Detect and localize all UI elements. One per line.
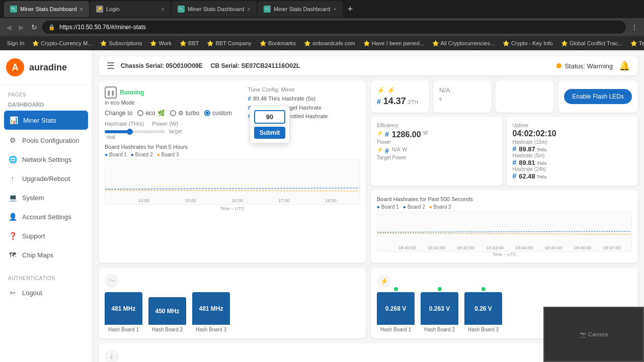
tab-2[interactable]: 🔑 Login × <box>90 1 171 17</box>
efficiency-panel: Efficiency ⚡ # 1286.00 W Power ⚡ # N/A <box>371 117 503 186</box>
new-tab-button[interactable]: + <box>344 4 357 15</box>
hashrate-label: Hashrate (TH/s) <box>105 121 144 127</box>
bolt-tgt: ⚡ <box>377 147 383 155</box>
dashboard-label: DASHBOARD <box>8 102 44 108</box>
bm-tendermint[interactable]: ⭐ Tendermint & FOA... <box>627 39 644 48</box>
real-label: real <box>107 134 232 140</box>
bm-bookmarks[interactable]: ⭐ Bookmarks <box>257 39 299 48</box>
target-labels: Hashrate (TH/s) Power (W) <box>105 121 232 127</box>
custom-radio[interactable]: custom <box>204 110 232 117</box>
bell-icon[interactable]: 🔔 <box>619 60 630 71</box>
bm-conflict[interactable]: ⭐ Global Conflict Trac... <box>558 39 625 48</box>
volt-bar-3: 0.26 V <box>464 292 502 325</box>
target-power-val: N/A <box>392 147 400 155</box>
tab-4[interactable]: ⛏ Miner Stats Dashboard × <box>258 1 343 17</box>
cb-serial-label: CB Serial: SE07CB241116O02L <box>211 62 300 69</box>
volt-board-1: 0.268 V Hash Board 1 <box>377 292 415 332</box>
x-label-500s: Time – UTC <box>377 252 632 257</box>
address-bar[interactable]: 🔒 https://10.50.50.76/#/miner-stats <box>42 21 626 34</box>
power-unit: W <box>423 130 428 139</box>
freq-bar-1: 481 MHz <box>105 292 142 325</box>
extensions-button[interactable]: ⋮ <box>629 22 640 32</box>
freq-bar-2: 450 MHz <box>148 297 186 325</box>
chipmaps-icon: 🗺 <box>8 250 17 259</box>
running-state: Running <box>120 89 144 96</box>
pause-icon[interactable]: ❚❚ <box>105 86 117 99</box>
sidebar-item-support[interactable]: ❓ Support <box>0 226 92 245</box>
submit-button[interactable]: Submit <box>254 127 285 139</box>
bm-allcrypto[interactable]: ⭐ All Cryptocurrencies... <box>429 39 498 48</box>
legend-b3: ● Board 3 <box>157 152 179 157</box>
bm-signin[interactable]: Sign In <box>4 39 27 47</box>
sidebar-item-account[interactable]: 👤 Account Settings <box>0 207 92 226</box>
logo-text: auradine <box>29 62 67 73</box>
turbo-radio[interactable]: ⚙ turbo <box>170 110 199 117</box>
tab-1[interactable]: ⛏ Miner Stats Dashboard × <box>4 1 89 17</box>
chipmaps-label: Chip Maps <box>22 251 53 259</box>
hashrate-input[interactable] <box>254 110 285 124</box>
forward-button[interactable]: ▶ <box>17 22 26 32</box>
bm-hibp[interactable]: ⭐ Have I been pwned... <box>360 39 427 48</box>
hamburger-icon[interactable]: ☰ <box>107 60 115 71</box>
freq-bar-3: 481 MHz <box>192 292 230 325</box>
tab-3-title: Miner Stats Dashboard <box>188 6 245 12</box>
sidebar-item-miner-stats[interactable]: 📊 Miner Stats <box>4 111 88 130</box>
board-500s-panel: Board Hashrates for Past 500 Seconds ● B… <box>371 190 638 263</box>
turbo-radio-btn[interactable] <box>170 110 176 116</box>
svg-line-0 <box>105 190 359 191</box>
tab-1-title: Miner Stats Dashboard <box>20 6 77 12</box>
green-dot-1 <box>394 287 398 291</box>
target-power-unit: W <box>402 147 407 155</box>
radio-group: Change to eco 🌿 ⚙ turbo <box>105 110 232 117</box>
tab-3[interactable]: ⛏ Miner Stats Dashboard × <box>172 1 257 17</box>
uptime-panel: Uptime 04:02:02:10 Hashrate (15m) # 89.8… <box>507 117 638 186</box>
back-button[interactable]: ◀ <box>4 22 14 32</box>
empty-panel-1 <box>496 80 554 113</box>
custom-radio-btn[interactable] <box>204 110 210 116</box>
hash-sym: # <box>377 98 381 106</box>
volt-board-2: 0.263 V Hash Board 2 <box>421 292 458 332</box>
bm-onboard[interactable]: ⭐ onboardcafe.com <box>301 39 358 48</box>
change-to-label: Change to <box>105 110 132 117</box>
sidebar-item-system[interactable]: 💻 System <box>0 188 92 207</box>
sidebar-item-upgrade[interactable]: ↑ Upgrade/Reboot <box>0 169 92 188</box>
auth-label: AUTHENTICATION <box>0 273 92 283</box>
running-area: ❚❚ Running in eco Mode Change to eco 🌿 <box>105 86 232 140</box>
sidebar-item-chipmaps[interactable]: 🗺 Chip Maps <box>0 245 92 264</box>
leaf-icon: 🌿 <box>157 110 165 117</box>
enable-flash-button[interactable]: Enable Flash LEDs <box>564 89 632 104</box>
hashrate-slider[interactable] <box>105 130 165 133</box>
bm-bbt-company[interactable]: ⭐ BBT Company <box>204 39 254 48</box>
upgrade-icon: ↑ <box>8 174 17 183</box>
sidebar-item-logout[interactable]: ⇦ Logout <box>0 283 92 302</box>
na-panel: N/A s <box>433 80 492 113</box>
hashrate-5m-val: 89.81 <box>519 159 535 166</box>
freq-icon-circle: 〜 <box>105 274 119 288</box>
jth-number: 14.37 <box>383 96 406 107</box>
bookmarks-bar: Sign In ⭐ Crypto-Currency M... ⭐ Subscri… <box>0 36 644 50</box>
chassis-serial-value: 05O010O09E <box>166 62 202 69</box>
eco-radio[interactable]: eco 🌿 <box>137 110 165 117</box>
status-badge: Status: Warming <box>556 62 613 70</box>
bm-bbt[interactable]: ⭐ BBT <box>177 39 202 48</box>
system-icon: 💻 <box>8 193 17 202</box>
hashrate-24h-value-row: # 62.48 TH/s <box>513 172 632 180</box>
thermometer-icon: 🌡 <box>108 352 115 360</box>
bm-subscriptions[interactable]: ⭐ Subscriptions <box>97 39 145 48</box>
legend-500-b3: ● Board 3 <box>429 204 451 210</box>
tab-3-close[interactable]: × <box>247 6 250 12</box>
tab-2-close[interactable]: × <box>162 6 165 12</box>
bm-work[interactable]: ⭐ Work <box>147 39 175 48</box>
bm-crypto[interactable]: ⭐ Crypto-Currency M... <box>29 39 95 48</box>
sidebar-item-pools[interactable]: ⚙ Pools Configuration <box>0 131 92 150</box>
stats-grid-mid: Efficiency ⚡ # 1286.00 W Power ⚡ # N/A <box>371 117 638 186</box>
bm-cryptokey[interactable]: ⭐ Crypto - Key Info <box>500 39 556 48</box>
sidebar-item-dashboard[interactable]: DASHBOARD <box>0 100 92 110</box>
freq-header: 〜 <box>105 274 360 288</box>
tab-1-close[interactable]: × <box>80 6 83 12</box>
sidebar-item-network[interactable]: 🌐 Network Settings <box>0 150 92 169</box>
refresh-button[interactable]: ↻ <box>29 22 39 32</box>
hashrate-5m-value-row: # 89.81 TH/s <box>513 158 632 166</box>
tab-4-close[interactable]: × <box>333 6 336 12</box>
eco-radio-btn[interactable] <box>137 110 143 116</box>
